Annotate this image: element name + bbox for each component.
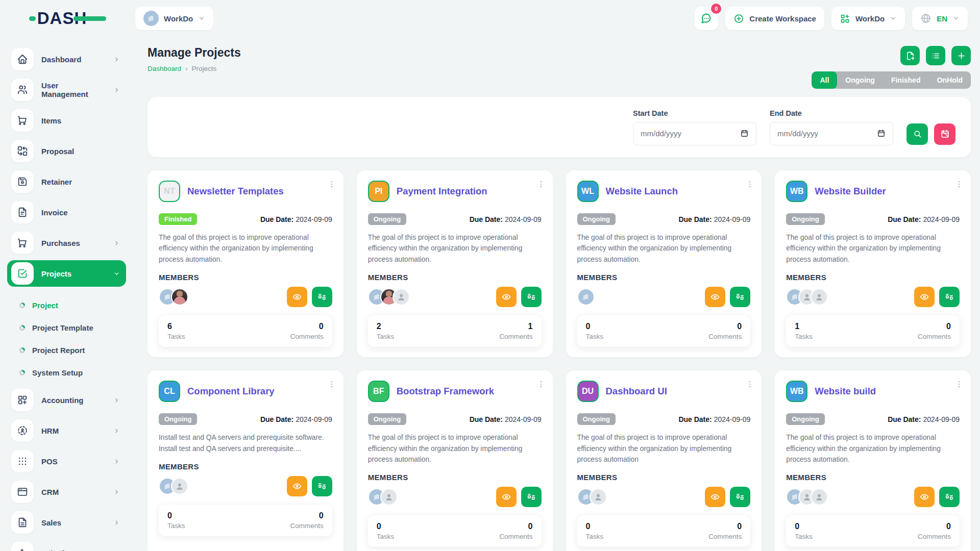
sidebar-item-items[interactable]: Items: [11, 107, 126, 134]
sidebar-item-pos[interactable]: POS: [11, 448, 126, 474]
sidebar-item-dashboard[interactable]: Dashboard: [11, 46, 126, 72]
due-date-label: Due Date:: [888, 415, 921, 423]
create-workspace-button[interactable]: Create Workspace: [725, 7, 824, 30]
start-date-input[interactable]: mm/dd/yyyy: [633, 122, 756, 145]
project-tasks-button[interactable]: [521, 487, 542, 507]
tab-onhold[interactable]: OnHold: [928, 71, 971, 89]
calendar-icon[interactable]: [740, 129, 749, 138]
project-title[interactable]: Website build: [815, 386, 876, 397]
list-icon: [931, 51, 941, 61]
submenu-item-label: Project: [32, 301, 58, 310]
view-project-button[interactable]: [287, 287, 307, 307]
sidebar-item-projects[interactable]: Projects: [7, 260, 126, 287]
plus-button[interactable]: [951, 46, 971, 65]
sidebar-item-accounting[interactable]: Accounting: [11, 387, 126, 413]
project-tasks-button[interactable]: [730, 487, 750, 507]
search-button[interactable]: [906, 123, 928, 145]
submenu-item-label: Project Report: [32, 346, 85, 355]
project-title[interactable]: Payment Integration: [397, 186, 487, 197]
card-stats: 2 Tasks 1 Comments: [368, 315, 542, 347]
messages-button[interactable]: 0: [695, 7, 718, 30]
nav-icon-tile: [11, 79, 34, 101]
project-initials-badge: WB: [786, 381, 807, 402]
card-menu-button[interactable]: [954, 179, 964, 190]
sidebar-item-hrm[interactable]: HRM: [11, 417, 126, 444]
breadcrumb-dashboard-link[interactable]: Dashboard: [148, 65, 181, 72]
search-icon: [913, 129, 922, 139]
grid-plus-icon: [840, 13, 850, 24]
project-title[interactable]: Dashboard UI: [606, 386, 667, 397]
project-tasks-button[interactable]: [730, 287, 750, 307]
workdo-menu-label: WorkDo: [855, 14, 885, 23]
sales-doc-icon: [17, 517, 28, 528]
view-project-button[interactable]: [496, 287, 517, 307]
tab-all[interactable]: All: [812, 71, 837, 89]
card-menu-button[interactable]: [327, 379, 336, 390]
card-menu-button[interactable]: [745, 179, 754, 190]
comments-count: 0: [708, 522, 742, 531]
sidebar-subitem-system-setup[interactable]: System Setup: [19, 361, 126, 384]
due-date: Due Date: 2024-09-09: [260, 415, 332, 423]
project-title[interactable]: Newsletter Templates: [187, 186, 284, 197]
sidebar-subitem-project-template[interactable]: Project Template: [19, 316, 126, 339]
members-label: MEMBERS: [786, 273, 960, 282]
sidebar-item-purchases[interactable]: Purchases: [11, 230, 126, 256]
end-date-input[interactable]: mm/dd/yyyy: [770, 122, 893, 145]
placeholder-avatar: [811, 488, 828, 506]
sidebar-item-crm[interactable]: CRM: [11, 479, 126, 505]
project-tasks-button[interactable]: [312, 287, 332, 307]
sidebar-item-label: Items: [41, 116, 106, 125]
comments-count-label: Comments: [499, 333, 532, 340]
due-date-value: 2024-09-09: [714, 415, 751, 423]
tasks-count: 0: [795, 522, 813, 531]
sidebar-item-user-management[interactable]: User Management: [11, 77, 126, 103]
view-project-button[interactable]: [705, 487, 725, 507]
sidebar-item-invoice[interactable]: Invoice: [11, 199, 126, 226]
sidebar-subitem-project-report[interactable]: Project Report: [19, 339, 126, 361]
project-title[interactable]: Component Library: [187, 386, 275, 397]
card-menu-button[interactable]: [954, 379, 964, 390]
project-title[interactable]: Bootstrap Framework: [397, 386, 494, 397]
app-logo[interactable]: DASH: [29, 9, 107, 28]
workspace-switcher[interactable]: WorkDo: [135, 7, 213, 30]
export-button[interactable]: [900, 46, 920, 65]
tab-finished[interactable]: Finished: [883, 71, 929, 89]
project-tasks-button[interactable]: [939, 487, 960, 507]
project-tasks-button[interactable]: [312, 476, 332, 496]
card-menu-button[interactable]: [327, 179, 336, 190]
sidebar-item-salesforce[interactable]: Salesforce: [11, 540, 126, 551]
view-project-button[interactable]: [914, 487, 935, 507]
sidebar-item-proposal[interactable]: Proposal: [11, 138, 126, 164]
eye-icon: [292, 292, 302, 302]
view-project-button[interactable]: [705, 287, 725, 307]
nav-icon-tile: [11, 419, 34, 442]
sidebar-item-retainer[interactable]: Retainer: [11, 168, 126, 195]
view-project-button[interactable]: [496, 487, 517, 507]
tab-ongoing[interactable]: Ongoing: [837, 71, 883, 89]
due-date: Due Date: 2024-09-09: [678, 215, 750, 223]
list-button[interactable]: [926, 46, 945, 65]
card-menu-button[interactable]: [536, 179, 546, 190]
project-title[interactable]: Website Launch: [606, 186, 678, 197]
chevron-right-icon: [113, 87, 120, 93]
members-label: MEMBERS: [577, 273, 751, 282]
project-title[interactable]: Website Builder: [815, 186, 886, 197]
project-tasks-button[interactable]: [939, 287, 960, 307]
tasks-count-label: Tasks: [586, 533, 604, 540]
status-badge: Ongoing: [368, 413, 406, 425]
calendar-icon[interactable]: [877, 129, 886, 138]
card-menu-button[interactable]: [536, 379, 546, 390]
card-menu-button[interactable]: [745, 379, 754, 390]
sidebar-item-sales[interactable]: Sales: [11, 509, 126, 536]
language-selector[interactable]: EN: [912, 7, 968, 30]
project-tasks-button[interactable]: [521, 287, 542, 307]
workdo-menu-button[interactable]: WorkDo: [831, 7, 905, 30]
tasks-icon: [317, 481, 327, 491]
view-project-button[interactable]: [914, 287, 935, 307]
comments-count-label: Comments: [290, 522, 323, 530]
start-date-label: Start Date: [633, 109, 756, 117]
due-date: Due Date: 2024-09-09: [888, 215, 960, 223]
sidebar-subitem-project[interactable]: Project: [19, 294, 126, 316]
reset-filter-button[interactable]: [934, 123, 955, 145]
view-project-button[interactable]: [287, 476, 307, 496]
